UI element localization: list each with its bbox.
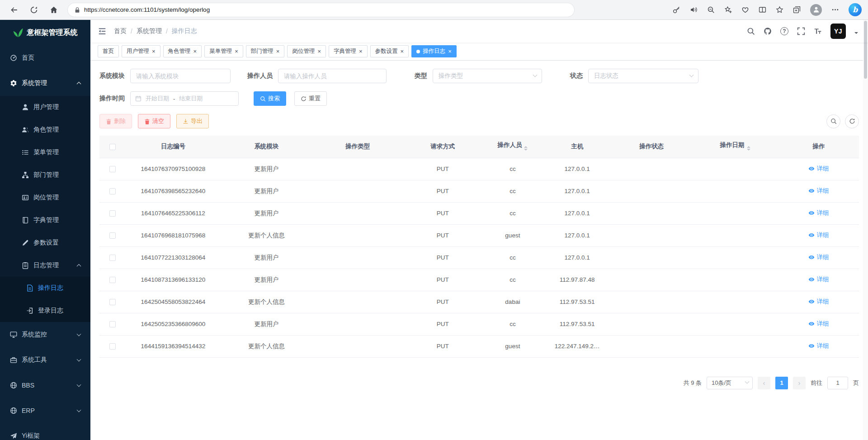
password-key-icon[interactable]: [673, 6, 680, 14]
breadcrumb-item[interactable]: 首页: [114, 27, 127, 35]
sidebar-item-15[interactable]: ERP: [0, 398, 90, 423]
detail-link[interactable]: 详细: [808, 165, 829, 173]
detail-link[interactable]: 详细: [808, 187, 829, 195]
reload-icon[interactable]: [30, 6, 38, 14]
github-icon[interactable]: [764, 27, 772, 35]
sidebar-item-7[interactable]: 字典管理: [0, 209, 90, 232]
tab-close-icon[interactable]: ×: [359, 48, 363, 54]
bing-copilot-icon[interactable]: b: [849, 3, 862, 16]
collections-icon[interactable]: [793, 6, 801, 14]
refresh-table-button[interactable]: [845, 114, 859, 128]
tab-close-icon[interactable]: ×: [448, 48, 452, 54]
row-checkbox[interactable]: [109, 166, 116, 172]
sidebar-item-4[interactable]: 菜单管理: [0, 141, 90, 164]
clear-button[interactable]: 清空: [138, 114, 170, 128]
sidebar-item-12[interactable]: 系统监控: [0, 322, 90, 347]
select-all-checkbox[interactable]: [109, 144, 116, 150]
detail-link[interactable]: 详细: [808, 231, 829, 239]
more-options-icon[interactable]: [831, 6, 839, 14]
sidebar-item-3[interactable]: 角色管理: [0, 118, 90, 141]
fullscreen-icon[interactable]: [797, 27, 805, 35]
type-select[interactable]: 操作类型: [433, 69, 542, 83]
favorites-icon[interactable]: [776, 6, 783, 14]
reset-button[interactable]: 重置: [294, 91, 327, 106]
column-header[interactable]: 操作日期: [692, 136, 778, 158]
browser-scrollbar[interactable]: [863, 20, 868, 440]
tab-item[interactable]: 首页: [98, 45, 119, 57]
row-checkbox[interactable]: [109, 210, 116, 217]
tab-close-icon[interactable]: ×: [152, 48, 156, 54]
tab-item[interactable]: 角色管理 ×: [163, 45, 202, 57]
toggle-search-button[interactable]: [826, 114, 840, 128]
font-size-icon[interactable]: [814, 27, 822, 35]
sidebar-item-0[interactable]: 首页: [0, 45, 90, 71]
help-icon[interactable]: ?: [780, 27, 788, 35]
detail-link[interactable]: 详细: [808, 209, 829, 217]
read-aloud-icon[interactable]: [690, 6, 698, 14]
operator-input[interactable]: [278, 69, 387, 83]
status-select[interactable]: 日志状态: [588, 69, 698, 83]
tab-item[interactable]: 岗位管理 ×: [287, 45, 326, 57]
current-page-button[interactable]: 1: [775, 377, 788, 389]
page-size-select[interactable]: 10条/页: [707, 377, 753, 389]
sidebar-item-8[interactable]: 参数设置: [0, 232, 90, 254]
search-button[interactable]: 搜索: [254, 91, 286, 106]
tab-close-icon[interactable]: ×: [276, 48, 280, 54]
profile-avatar[interactable]: [810, 4, 822, 16]
tab-item[interactable]: 参数设置 ×: [370, 45, 409, 57]
export-button[interactable]: 导出: [176, 114, 209, 128]
tab-close-icon[interactable]: ×: [193, 48, 197, 54]
row-checkbox[interactable]: [109, 232, 116, 239]
prev-page-button[interactable]: ‹: [758, 377, 770, 389]
sidebar-item-1[interactable]: 系统管理: [0, 71, 90, 96]
row-checkbox[interactable]: [109, 255, 116, 261]
sidebar-item-11[interactable]: 登录日志: [0, 299, 90, 322]
sidebar-item-10[interactable]: 操作日志: [0, 277, 90, 299]
tab-item[interactable]: 操作日志 ×: [411, 45, 457, 57]
back-icon[interactable]: [10, 6, 18, 14]
sort-icon[interactable]: [524, 144, 528, 152]
module-input[interactable]: [130, 69, 231, 83]
split-screen-icon[interactable]: [759, 6, 766, 14]
favorite-add-icon[interactable]: [724, 6, 732, 14]
sidebar-item-13[interactable]: 系统工具: [0, 347, 90, 373]
column-header[interactable]: 操作人员: [482, 136, 543, 158]
user-logo-badge[interactable]: YJ: [830, 24, 846, 39]
tab-close-icon[interactable]: ×: [401, 48, 404, 54]
sort-icon[interactable]: [747, 144, 750, 152]
sidebar-item-6[interactable]: 岗位管理: [0, 186, 90, 209]
sidebar-item-5[interactable]: 部门管理: [0, 164, 90, 186]
address-bar[interactable]: https://ccnetcore.com:1101/system/log/op…: [68, 3, 574, 17]
row-checkbox[interactable]: [109, 277, 116, 283]
detail-link[interactable]: 详细: [808, 320, 829, 328]
tab-close-icon[interactable]: ×: [317, 48, 321, 54]
row-checkbox[interactable]: [109, 343, 116, 350]
next-page-button[interactable]: ›: [793, 377, 806, 389]
app-logo[interactable]: 意框架管理系统: [0, 20, 90, 45]
sidebar-item-9[interactable]: 日志管理: [0, 254, 90, 277]
header-search-icon[interactable]: [747, 27, 755, 35]
delete-button[interactable]: 删除: [99, 114, 132, 128]
detail-link[interactable]: 详细: [808, 275, 829, 284]
browser-essentials-icon[interactable]: [741, 6, 749, 14]
detail-link[interactable]: 详细: [808, 342, 829, 350]
goto-page-input[interactable]: [827, 377, 848, 389]
zoom-icon[interactable]: [707, 6, 715, 14]
home-icon[interactable]: [50, 6, 58, 14]
detail-link[interactable]: 详细: [808, 298, 829, 306]
tab-close-icon[interactable]: ×: [235, 48, 238, 54]
tab-item[interactable]: 部门管理 ×: [246, 45, 285, 57]
sidebar-toggle-icon[interactable]: [98, 27, 107, 36]
sidebar-item-14[interactable]: BBS: [0, 373, 90, 398]
row-checkbox[interactable]: [109, 188, 116, 194]
sidebar-item-2[interactable]: 用户管理: [0, 96, 90, 118]
tab-item[interactable]: 菜单管理 ×: [204, 45, 243, 57]
breadcrumb-item[interactable]: 系统管理: [137, 27, 162, 35]
row-checkbox[interactable]: [109, 299, 116, 305]
tab-item[interactable]: 用户管理 ×: [122, 45, 160, 57]
tab-item[interactable]: 字典管理 ×: [329, 45, 368, 57]
row-checkbox[interactable]: [109, 321, 116, 327]
sidebar-item-16[interactable]: Yi框架: [0, 423, 90, 440]
date-range-picker[interactable]: 开始日期 - 结束日期: [130, 91, 239, 106]
detail-link[interactable]: 详细: [808, 253, 829, 261]
